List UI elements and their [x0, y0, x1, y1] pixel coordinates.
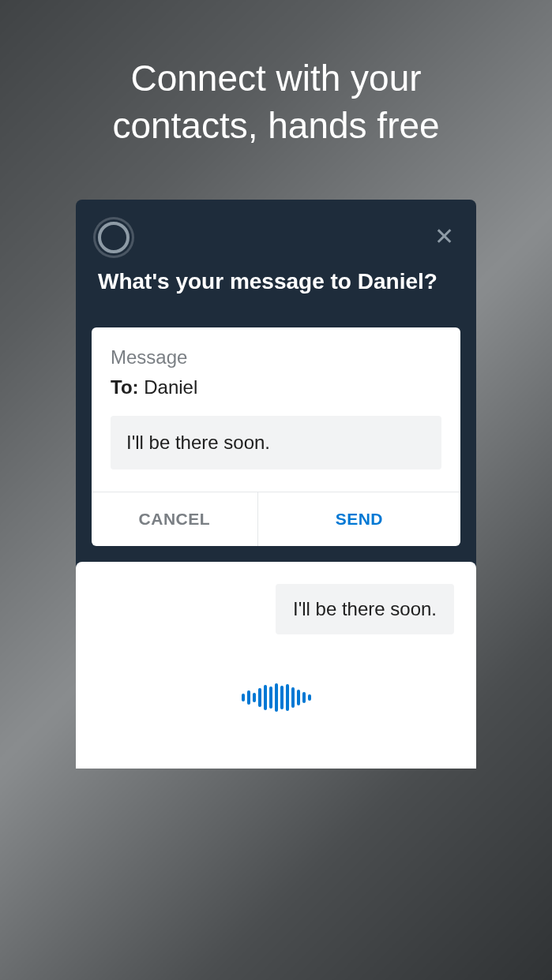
send-button[interactable]: SEND [258, 492, 460, 546]
assistant-panel: ✕ What's your message to Daniel? Message… [76, 200, 476, 769]
cancel-button[interactable]: CANCEL [92, 492, 258, 546]
message-compose-card: Message To: Daniel I'll be there soon. C… [92, 327, 460, 546]
user-speech-bubble: I'll be there soon. [276, 584, 454, 634]
voice-response-card: I'll be there soon. [76, 562, 476, 769]
close-button[interactable]: ✕ [434, 225, 454, 249]
message-label: Message [111, 346, 441, 368]
message-content: Message To: Daniel I'll be there soon. [92, 327, 460, 492]
message-body: I'll be there soon. [111, 416, 441, 469]
assistant-prompt: What's your message to Daniel? [98, 267, 454, 296]
promo-headline: Connect with your contacts, hands free [0, 55, 552, 150]
message-recipient-line: To: Daniel [111, 376, 441, 398]
voice-waveform-icon[interactable] [242, 682, 311, 713]
panel-header: ✕ What's your message to Daniel? [76, 200, 476, 312]
recipient-name: Daniel [144, 376, 197, 398]
to-label: To: [111, 376, 139, 398]
message-actions: CANCEL SEND [92, 492, 460, 546]
cortana-icon [98, 222, 130, 253]
